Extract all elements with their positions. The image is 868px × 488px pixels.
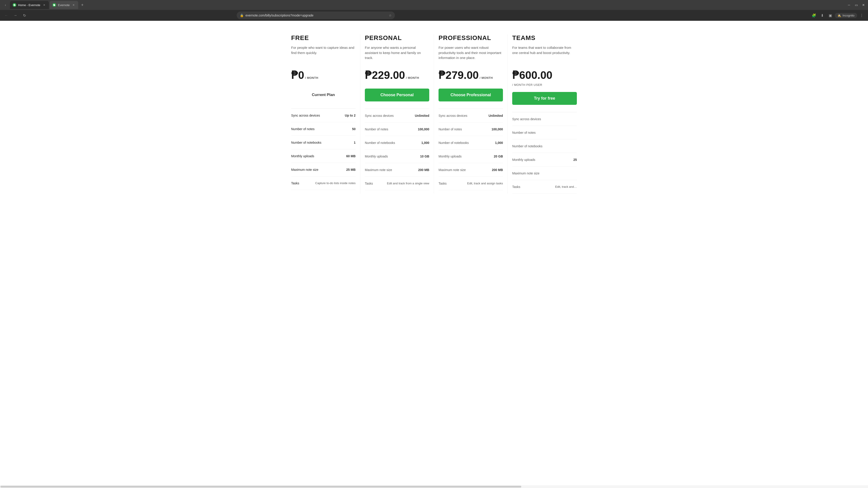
choose-professional-button[interactable]: Choose Professional [438, 89, 503, 101]
tab-1-close[interactable]: ✕ [42, 3, 46, 7]
extensions-icon[interactable]: 🧩 [810, 12, 817, 19]
personal-feature-notebooks-name: Number of notebooks [365, 141, 395, 144]
professional-feature-notes-value: 100,000 [491, 127, 503, 131]
personal-feature-sync-name: Sync across devices [365, 114, 394, 118]
try-for-free-button[interactable]: Try for free [512, 92, 577, 105]
professional-feature-uploads-name: Monthly uploads [438, 155, 462, 158]
lock-icon: 🔒 [240, 13, 244, 17]
professional-feature-notesize-value: 200 MB [492, 168, 503, 172]
plan-professional-description: For power users who want robust producti… [438, 45, 503, 63]
new-tab-button[interactable]: + [79, 2, 86, 8]
plan-free-name: FREE [291, 34, 355, 41]
minimize-button[interactable]: ─ [846, 2, 852, 8]
restore-button[interactable]: ▭ [854, 2, 859, 8]
plan-teams-price-subtext: / MONTH PER USER [512, 83, 577, 87]
personal-feature-notes-name: Number of notes [365, 127, 388, 131]
plan-free-description: For people who want to capture ideas and… [291, 45, 355, 63]
free-feature-sync-name: Sync across devices [291, 113, 320, 117]
teams-feature-sync: Sync across devices [512, 112, 577, 126]
plan-personal-price-subtext-spacer [365, 83, 429, 89]
free-feature-notes-value: 50 [352, 127, 355, 131]
plan-teams: TEAMS For teams that want to collaborate… [508, 34, 581, 194]
free-feature-notebooks: Number of notebooks 1 [291, 136, 355, 149]
personal-feature-uploads-name: Monthly uploads [365, 155, 388, 158]
personal-feature-sync-value: Unlimited [415, 114, 429, 118]
choose-personal-button[interactable]: Choose Personal [365, 89, 429, 101]
teams-feature-tasks: Tasks Edit, track and… [512, 180, 577, 194]
plan-professional: PROFESSIONAL For power users who want ro… [434, 34, 508, 194]
plan-free: FREE For people who want to capture idea… [287, 34, 360, 194]
plan-professional-price: ₱279.00 / MONTH [438, 69, 503, 81]
professional-feature-notesize: Maximum note size 200 MB [438, 163, 503, 177]
evernote-tab-icon-1 [13, 3, 16, 7]
browser-tab-2[interactable]: Evernote ✕ [50, 1, 78, 9]
plan-teams-name: TEAMS [512, 34, 577, 41]
plan-teams-description: For teams that want to collaborate from … [512, 45, 577, 63]
browser-tab-1[interactable]: Home - Evernote ✕ [10, 1, 49, 9]
free-feature-notesize-name: Maximum note size [291, 168, 318, 171]
professional-feature-notes-name: Number of notes [438, 127, 462, 131]
plan-personal-price: ₱229.00 / MONTH [365, 69, 429, 81]
free-feature-uploads-value: 60 MB [346, 154, 355, 158]
teams-feature-tasks-name: Tasks [512, 185, 520, 189]
professional-feature-tasks: Tasks Edit, track and assign tasks [438, 177, 503, 190]
professional-feature-notebooks-value: 1,000 [495, 141, 503, 144]
bookmark-icon[interactable]: ☆ [389, 13, 392, 17]
teams-feature-notes-name: Number of notes [512, 131, 536, 134]
back-button[interactable]: ← [3, 12, 10, 19]
plan-personal-name: PERSONAL [365, 34, 429, 41]
personal-feature-notebooks-value: 1,000 [421, 141, 429, 144]
personal-feature-tasks-value: Edit and track from a single view [387, 182, 429, 185]
personal-feature-uploads-value: 10 GB [420, 155, 429, 158]
refresh-button[interactable]: ↻ [21, 12, 28, 19]
incognito-badge[interactable]: 🕵 Incognito [835, 13, 857, 18]
toolbar-icons: 🧩 ⬇ ▣ 🕵 Incognito ⋮ [810, 12, 865, 19]
free-feature-sync-value: Up to 2 [345, 113, 355, 117]
professional-feature-tasks-value: Edit, track and assign tasks [467, 182, 503, 185]
horizontal-scrollbar[interactable] [0, 485, 868, 488]
tab-2-title: Evernote [58, 3, 70, 7]
teams-feature-notes: Number of notes [512, 126, 577, 139]
personal-feature-notesize: Maximum note size 200 MB [365, 163, 429, 177]
address-input[interactable]: 🔒 evernote.com/billy/subscriptions?mode=… [237, 11, 395, 19]
plans-container: FREE For people who want to capture idea… [276, 34, 592, 194]
plan-personal: PERSONAL For anyone who wants a personal… [360, 34, 434, 194]
professional-feature-tasks-name: Tasks [438, 182, 447, 185]
address-text: evernote.com/billy/subscriptions?mode=up… [246, 13, 387, 17]
plan-professional-price-subtext-spacer [438, 83, 503, 89]
personal-feature-uploads: Monthly uploads 10 GB [365, 150, 429, 163]
plan-free-period: / MONTH [305, 76, 318, 79]
plan-professional-name: PROFESSIONAL [438, 34, 503, 41]
free-feature-notebooks-name: Number of notebooks [291, 141, 321, 144]
free-feature-tasks-name: Tasks [291, 182, 299, 185]
free-feature-notesize-value: 25 MB [346, 168, 355, 171]
window-controls: ─ ▭ ✕ [846, 2, 866, 8]
page-content: FREE For people who want to capture idea… [0, 21, 868, 488]
professional-feature-notebooks: Number of notebooks 1,000 [438, 136, 503, 150]
plan-teams-price: ₱600.00 [512, 69, 577, 81]
layout-icon[interactable]: ▣ [827, 12, 834, 19]
professional-feature-uploads: Monthly uploads 20 GB [438, 150, 503, 163]
tab-2-close[interactable]: ✕ [71, 3, 75, 7]
tab-nav-back[interactable]: ‹ [2, 1, 9, 8]
personal-feature-notes-value: 100,000 [418, 127, 429, 131]
teams-feature-notebooks-name: Number of notebooks [512, 144, 542, 148]
plan-free-current: Current Plan [291, 89, 355, 101]
professional-feature-notesize-name: Maximum note size [438, 168, 466, 172]
menu-icon[interactable]: ⋮ [858, 12, 865, 19]
professional-feature-notebooks-name: Number of notebooks [438, 141, 469, 144]
free-feature-sync: Sync across devices Up to 2 [291, 109, 355, 122]
tab-bar: ‹ Home - Evernote ✕ Evernote ✕ + ─ ▭ ✕ [0, 0, 868, 10]
free-feature-uploads: Monthly uploads 60 MB [291, 149, 355, 163]
personal-feature-notebooks: Number of notebooks 1,000 [365, 136, 429, 150]
scrollbar-thumb[interactable] [0, 486, 521, 488]
professional-feature-notes: Number of notes 100,000 [438, 123, 503, 136]
teams-feature-uploads: Monthly uploads 25 [512, 153, 577, 166]
teams-feature-notesize: Maximum note size [512, 166, 577, 180]
download-icon[interactable]: ⬇ [818, 12, 826, 19]
close-button[interactable]: ✕ [861, 2, 866, 8]
evernote-tab-icon-2 [53, 3, 56, 7]
forward-button[interactable]: → [12, 12, 19, 19]
plan-personal-period: / MONTH [406, 76, 419, 79]
teams-feature-uploads-value: 25 [573, 158, 577, 162]
